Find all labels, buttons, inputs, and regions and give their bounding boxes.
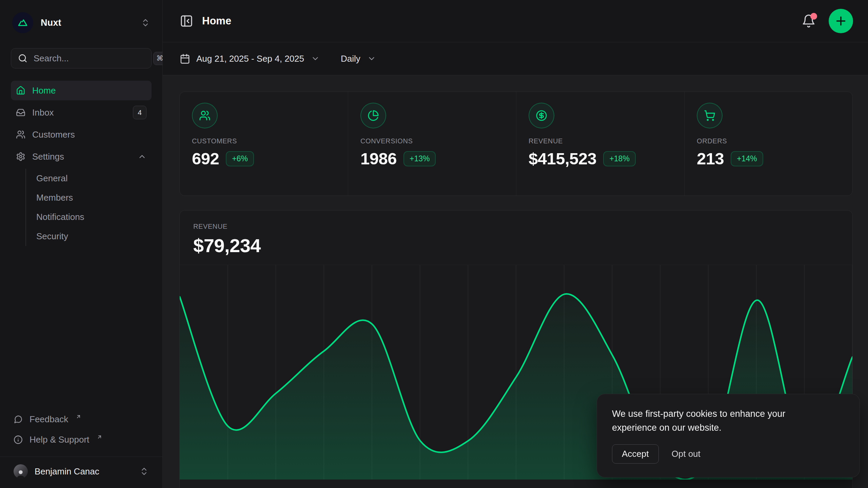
sidebar: Nuxt ⌘ K Home Inbox 4 <box>0 0 163 488</box>
date-range-picker[interactable]: Aug 21, 2025 - Sep 4, 2025 <box>180 54 320 64</box>
revenue-chart-total: $79,234 <box>193 235 839 257</box>
stat-label: CONVERSIONS <box>360 137 504 145</box>
search-box[interactable]: ⌘ K <box>11 48 152 68</box>
circle-dollar-icon <box>529 103 554 128</box>
nuxt-logo-icon <box>12 12 33 33</box>
stat-label: ORDERS <box>697 137 840 145</box>
notification-dot <box>810 13 817 20</box>
search-input[interactable] <box>34 53 147 64</box>
user-menu[interactable]: Benjamin Canac <box>11 464 152 479</box>
users-icon <box>192 103 218 128</box>
stat-value: 213 <box>697 149 724 168</box>
chevron-up-icon <box>138 152 146 161</box>
stat-card-orders: ORDERS 213 +14% <box>684 92 852 196</box>
chevrons-up-down-icon <box>141 18 150 27</box>
accept-button[interactable]: Accept <box>612 444 659 464</box>
inbox-count-badge: 4 <box>133 106 146 119</box>
filters-toolbar: Aug 21, 2025 - Sep 4, 2025 Daily <box>163 42 868 75</box>
page-header: Home <box>163 0 868 42</box>
message-circle-icon <box>14 415 23 424</box>
sidebar-item-label: Customers <box>32 129 75 140</box>
sidebar-footer: Feedback Help & Support <box>11 410 152 450</box>
users-icon <box>16 130 25 139</box>
chevron-down-icon <box>311 54 320 63</box>
page-title: Home <box>202 15 231 27</box>
sidebar-item-label: General <box>36 173 68 184</box>
chevrons-up-down-icon <box>139 467 149 476</box>
add-button[interactable] <box>829 9 853 33</box>
date-range-label: Aug 21, 2025 - Sep 4, 2025 <box>196 54 304 64</box>
stats-panel: CUSTOMERS 692 +6% CONVERSIONS 1986 +13% <box>179 92 853 196</box>
sidebar-item-label: Inbox <box>32 107 54 118</box>
stat-card-customers: CUSTOMERS 692 +6% <box>180 92 348 196</box>
stat-delta-badge: +14% <box>731 151 763 166</box>
sidebar-nav: Home Inbox 4 Customers Settings <box>11 81 152 248</box>
user-name: Benjamin Canac <box>35 466 99 477</box>
sidebar-item-label: Settings <box>32 151 64 162</box>
granularity-select[interactable]: Daily <box>341 54 376 64</box>
sidebar-item-general[interactable]: General <box>26 169 152 188</box>
inbox-icon <box>16 108 25 117</box>
sidebar-item-feedback[interactable]: Feedback <box>11 410 152 429</box>
sidebar-item-members[interactable]: Members <box>26 188 152 207</box>
avatar <box>14 464 28 479</box>
sidebar-item-inbox[interactable]: Inbox 4 <box>11 103 152 122</box>
search-icon <box>18 54 27 63</box>
sidebar-item-help-support[interactable]: Help & Support <box>11 430 152 449</box>
granularity-label: Daily <box>341 54 360 64</box>
sidebar-divider <box>0 456 162 457</box>
sidebar-item-label: Help & Support <box>29 434 89 445</box>
external-link-icon <box>97 434 102 440</box>
sidebar-item-notifications[interactable]: Notifications <box>26 207 152 227</box>
cookie-banner: We use first-party cookies to enhance yo… <box>597 394 860 477</box>
stat-delta-badge: +13% <box>403 151 436 166</box>
sidebar-item-settings[interactable]: Settings <box>11 147 152 166</box>
brand-name: Nuxt <box>41 18 61 28</box>
sidebar-item-security[interactable]: Security <box>26 227 152 246</box>
team-switcher[interactable]: Nuxt <box>11 12 152 33</box>
sidebar-item-label: Security <box>36 231 68 242</box>
sidebar-item-label: Notifications <box>36 212 84 222</box>
stat-delta-badge: +6% <box>226 151 254 166</box>
sidebar-item-home[interactable]: Home <box>11 81 152 100</box>
gear-icon <box>16 152 25 161</box>
house-icon <box>16 86 25 95</box>
notifications-bell-button[interactable] <box>802 14 816 28</box>
sidebar-collapse-button[interactable] <box>180 14 193 28</box>
stat-card-conversions: CONVERSIONS 1986 +13% <box>348 92 516 196</box>
chevron-down-icon <box>367 54 376 63</box>
sidebar-item-label: Feedback <box>29 414 68 425</box>
stat-value: 692 <box>192 149 219 168</box>
revenue-chart-label: REVENUE <box>193 223 839 230</box>
pie-chart-icon <box>360 103 386 128</box>
stat-delta-badge: +18% <box>603 151 635 166</box>
settings-subnav: General Members Notifications Security <box>25 169 152 246</box>
external-link-icon <box>76 414 81 420</box>
stat-value: 1986 <box>360 149 397 168</box>
cookie-message: We use first-party cookies to enhance yo… <box>612 407 822 435</box>
stat-label: REVENUE <box>529 137 672 145</box>
stat-card-revenue: REVENUE $415,523 +18% <box>516 92 684 196</box>
shopping-cart-icon <box>697 103 723 128</box>
stat-label: CUSTOMERS <box>192 137 336 145</box>
info-icon <box>14 435 23 444</box>
sidebar-item-customers[interactable]: Customers <box>11 125 152 144</box>
stat-value: $415,523 <box>529 149 596 168</box>
sidebar-item-label: Members <box>36 192 73 203</box>
calendar-icon <box>180 54 190 64</box>
opt-out-button[interactable]: Opt out <box>672 449 701 459</box>
sidebar-item-label: Home <box>32 85 56 96</box>
